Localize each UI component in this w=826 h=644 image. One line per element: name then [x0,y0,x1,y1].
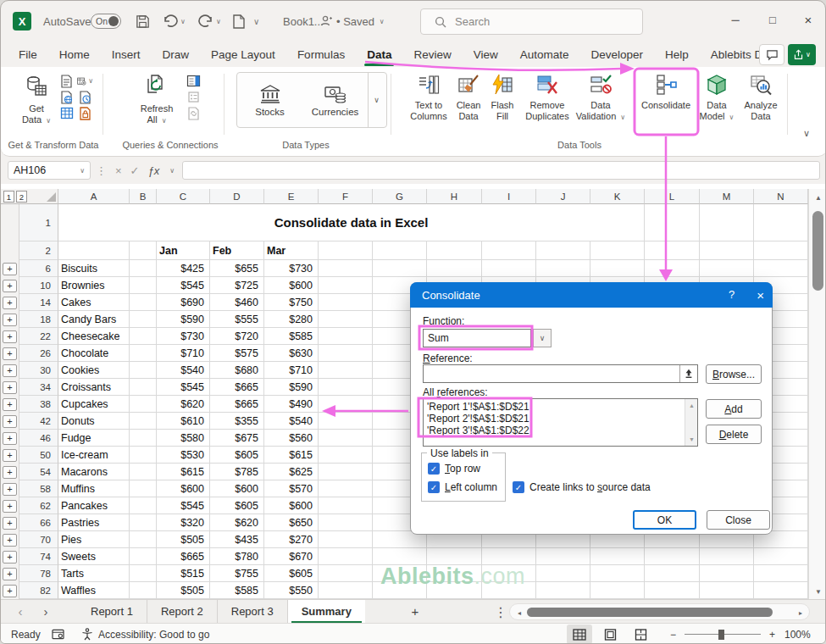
formula-bar-dropdown[interactable]: ∨ [169,167,175,175]
ribbon-tab-review[interactable]: Review [402,42,462,67]
outline-expand-button[interactable]: + [3,381,17,394]
vertical-scrollbar[interactable]: ▲ ▼ [808,189,826,599]
ribbon-tab-draw[interactable]: Draw [152,42,201,67]
grid-cell[interactable] [319,294,373,311]
ribbon-tab-automate[interactable]: Automate [509,42,580,67]
row-header-78[interactable]: 78 [19,565,58,582]
normal-view-button[interactable] [567,625,592,644]
grid-cell[interactable] [754,548,808,565]
grid-cell[interactable]: $720 [210,328,264,345]
column-header-L[interactable]: L [645,189,700,204]
listbox-scrollbar[interactable]: ▲ ▼ [685,399,697,446]
outline-expand-button[interactable]: + [3,449,17,462]
grid-cell[interactable]: $630 [264,345,319,362]
grid-cell[interactable] [645,565,700,582]
grid-cell[interactable]: $590 [157,311,210,328]
grid-cell[interactable] [319,464,373,480]
grid-cell[interactable] [700,204,754,242]
sheet-title-cell[interactable]: Consolidate data in Excel [58,204,645,242]
sheet-tab-report-1[interactable]: Report 1 [77,600,147,623]
column-header-G[interactable]: G [373,189,427,204]
grid-cell[interactable] [427,548,482,565]
grid-cell[interactable]: $490 [264,396,319,413]
grid-cell[interactable]: $600 [210,480,264,497]
grid-cell[interactable] [373,242,427,260]
outline-expand-button[interactable]: + [3,330,17,343]
grid-cell[interactable]: $725 [210,277,264,294]
grid-cell[interactable]: Waffles [58,582,130,599]
references-listbox[interactable]: 'Report 1'!$A$1:$D$21'Report 2'!$A$1:$D$… [423,398,698,447]
grid-cell[interactable] [536,582,590,599]
row-header-58[interactable]: 58 [19,480,58,497]
grid-cell[interactable]: Ice-cream [58,447,130,464]
grid-cell[interactable] [319,242,373,260]
grid-cell[interactable]: $540 [264,413,319,430]
grid-cell[interactable]: $270 [264,531,319,548]
zoom-out-button[interactable]: − [670,629,676,641]
grid-cell[interactable] [319,565,373,582]
grid-cell[interactable]: $545 [157,379,210,396]
column-header-B[interactable]: B [130,189,157,204]
grid-cell[interactable]: $505 [157,582,210,599]
consolidate-button[interactable]: Consolidate [635,69,697,136]
properties-icon[interactable] [186,90,202,104]
grid-cell[interactable]: $620 [210,514,264,531]
grid-cell[interactable] [427,260,482,277]
data-model-button[interactable]: DataModel ∨ [693,69,740,136]
grid-cell[interactable] [590,582,645,599]
row-header-54[interactable]: 54 [19,464,58,480]
grid-cell[interactable] [373,260,427,277]
close-dialog-button[interactable]: Close [707,510,770,530]
refresh-all-button[interactable]: RefreshAll ∨ [135,69,179,136]
sheet-tab-summary[interactable]: Summary [288,600,365,623]
grid-cell[interactable] [427,242,482,260]
row-header-62[interactable]: 62 [19,497,58,514]
grid-cell[interactable] [590,242,645,260]
grid-cell[interactable] [482,260,536,277]
grid-cell[interactable] [536,565,590,582]
cancel-entry-button[interactable]: × [115,164,122,177]
column-header-E[interactable]: E [264,189,319,204]
from-text-icon[interactable] [58,74,75,88]
grid-cell[interactable] [130,362,157,379]
data-type-stocks[interactable]: Stocks [237,73,302,127]
ribbon-tab-home[interactable]: Home [48,42,101,67]
grid-cell[interactable] [130,514,157,531]
sheet-tab-report-3[interactable]: Report 3 [218,600,288,623]
analyze-data-button[interactable]: AnalyzeData [737,69,784,136]
grid-cell[interactable] [319,548,373,565]
grid-cell[interactable] [645,582,700,599]
row-header-66[interactable]: 66 [19,514,58,531]
undo-button[interactable]: ∨ [162,1,186,42]
row-header-30[interactable]: 30 [19,362,58,379]
grid-cell[interactable] [130,311,157,328]
grid-cell[interactable] [645,242,700,260]
grid-cell[interactable]: $680 [210,362,264,379]
grid-cell[interactable]: $665 [157,548,210,565]
grid-cell[interactable] [590,548,645,565]
outline-level-1[interactable]: 1 [3,191,14,203]
column-header-K[interactable]: K [590,189,645,204]
ribbon-tab-developer[interactable]: Developer [580,42,655,67]
row-header-70[interactable]: 70 [19,531,58,548]
grid-cell[interactable] [319,311,373,328]
share-button[interactable]: ∨ [788,44,816,65]
outline-expand-button[interactable]: + [3,534,17,547]
outline-expand-button[interactable]: + [3,585,17,597]
outline-expand-button[interactable]: + [3,398,17,411]
outline-expand-button[interactable]: + [3,314,17,326]
close-button[interactable]: × [791,1,825,38]
grid-cell[interactable] [130,396,157,413]
grid-cell[interactable]: $540 [157,362,210,379]
grid-cell[interactable]: $435 [210,531,264,548]
grid-cell[interactable] [130,294,157,311]
grid-cell[interactable]: $665 [210,379,264,396]
grid-cell[interactable]: $515 [157,565,210,582]
grid-cell[interactable] [58,242,130,260]
grid-cell[interactable] [482,548,536,565]
grid-cell[interactable]: $600 [157,480,210,497]
grid-cell[interactable]: $585 [264,328,319,345]
grid-cell[interactable]: Pastries [58,514,130,531]
grid-cell[interactable] [130,345,157,362]
grid-cell[interactable] [319,430,373,447]
